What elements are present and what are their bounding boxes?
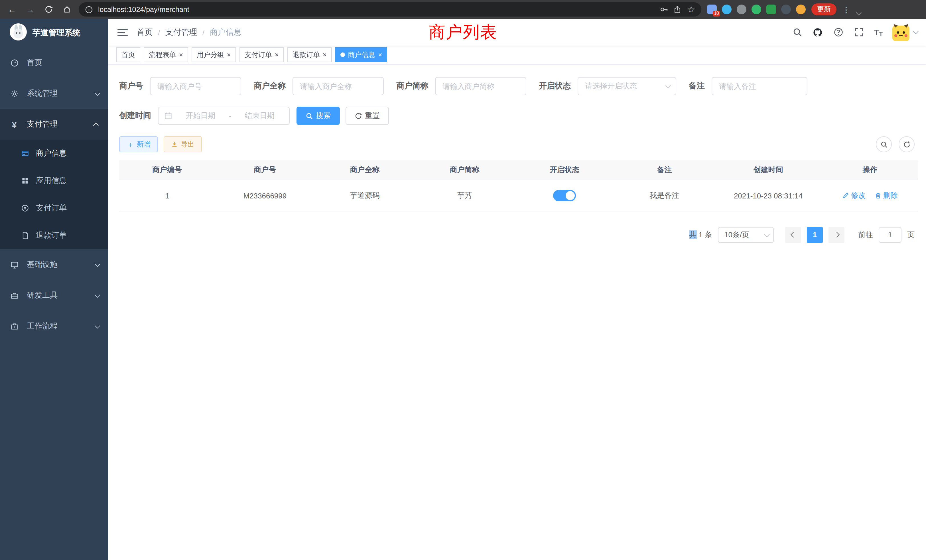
- search-button[interactable]: 搜索: [297, 107, 340, 125]
- tab-refund-order[interactable]: 退款订单 ×: [287, 47, 332, 62]
- col-header-id: 商户编号: [119, 160, 215, 180]
- sidebar-item-app-info[interactable]: 应用信息: [0, 167, 108, 194]
- extension-icon[interactable]: [752, 5, 761, 14]
- close-icon[interactable]: ×: [179, 51, 183, 58]
- short-name-input[interactable]: [435, 77, 526, 95]
- cell-status: [514, 180, 614, 212]
- site-info-icon[interactable]: [85, 5, 94, 14]
- payment-submenu: 商户信息 应用信息 支付订单: [0, 140, 108, 249]
- card-icon: [21, 149, 29, 158]
- toggle-search-button[interactable]: [876, 136, 892, 152]
- chevron-up-icon: [93, 122, 98, 128]
- date-range-picker[interactable]: 开始日期 - 结束日期: [158, 107, 290, 125]
- home-icon[interactable]: [61, 3, 73, 16]
- forward-icon[interactable]: →: [24, 3, 36, 16]
- sidebar-toggle-icon[interactable]: [118, 29, 128, 36]
- delete-link[interactable]: 删除: [875, 191, 898, 201]
- bookmark-star-icon[interactable]: ☆: [687, 5, 696, 14]
- sidebar-item-infrastructure[interactable]: 基础设施: [0, 249, 108, 280]
- page-number-1[interactable]: 1: [807, 227, 823, 243]
- full-name-input[interactable]: [292, 77, 384, 95]
- tab-process-form[interactable]: 流程表单 ×: [144, 47, 188, 62]
- font-size-icon[interactable]: TT: [874, 27, 883, 37]
- chrome-update-button[interactable]: 更新: [811, 3, 837, 15]
- start-date-placeholder: 开始日期: [177, 110, 224, 121]
- total-text: 共 1 条: [689, 230, 712, 240]
- breadcrumb-home[interactable]: 首页: [137, 27, 153, 37]
- chevron-down-icon: [95, 292, 100, 297]
- help-icon[interactable]: [833, 27, 844, 38]
- refresh-icon: [355, 112, 362, 120]
- extension-icon[interactable]: [737, 5, 746, 14]
- prev-page-button[interactable]: [785, 227, 801, 243]
- fullscreen-icon[interactable]: [853, 27, 864, 38]
- plus-icon: ＋: [127, 141, 134, 148]
- back-icon[interactable]: ←: [6, 3, 18, 16]
- refresh-table-button[interactable]: [899, 136, 915, 152]
- user-avatar[interactable]: [892, 24, 917, 41]
- sidebar-item-home[interactable]: 首页: [0, 47, 108, 78]
- table-header-row: 商户编号 商户号 商户全称 商户简称 开启状态 备注 创建时间 操作: [119, 160, 918, 180]
- sidebar-item-workflow[interactable]: 工作流程: [0, 311, 108, 342]
- close-icon[interactable]: ×: [378, 51, 382, 58]
- top-navbar: 首页 / 支付管理 / 商户信息: [108, 19, 926, 45]
- add-button[interactable]: ＋ 新增: [119, 136, 158, 152]
- edit-link[interactable]: 修改: [842, 191, 865, 201]
- share-icon[interactable]: [673, 5, 682, 14]
- address-bar[interactable]: localhost:1024/pay/merchant ☆: [79, 2, 701, 17]
- merchant-no-input[interactable]: [150, 77, 241, 95]
- tab-pay-order[interactable]: 支付订单 ×: [239, 47, 284, 62]
- search-icon: [880, 141, 888, 148]
- breadcrumb-payment[interactable]: 支付管理: [165, 27, 197, 37]
- close-icon[interactable]: ×: [275, 51, 279, 58]
- col-header-full-name: 商户全称: [315, 160, 415, 180]
- sidebar-item-dev-tools[interactable]: 研发工具: [0, 280, 108, 311]
- sidebar-item-payment[interactable]: ¥ 支付管理: [0, 109, 108, 140]
- sidebar-item-pay-order[interactable]: 支付订单: [0, 194, 108, 222]
- remark-input[interactable]: [712, 77, 807, 95]
- extension-icon[interactable]: [781, 5, 791, 14]
- sidebar-item-refund-order[interactable]: 退款订单: [0, 222, 108, 249]
- sidebar-item-merchant-info[interactable]: 商户信息: [0, 140, 108, 167]
- tab-home[interactable]: 首页: [117, 47, 140, 62]
- full-name-label: 商户全称: [254, 81, 286, 91]
- browser-menu-icon[interactable]: ⋮: [842, 5, 850, 14]
- col-header-merchant-no: 商户号: [215, 160, 315, 180]
- cell-full-name: 芋道源码: [315, 180, 415, 212]
- tab-user-group[interactable]: 用户分组 ×: [192, 47, 236, 62]
- avatar-image: [892, 24, 909, 41]
- search-icon[interactable]: [792, 27, 803, 38]
- extension-icon[interactable]: [766, 5, 776, 14]
- reset-button[interactable]: 重置: [345, 107, 389, 125]
- extension-icon[interactable]: 10: [707, 5, 717, 14]
- close-icon[interactable]: ×: [227, 51, 231, 58]
- close-icon[interactable]: ×: [323, 51, 327, 58]
- trash-icon: [875, 192, 881, 199]
- status-toggle[interactable]: [553, 190, 576, 201]
- briefcase-icon: [10, 322, 19, 331]
- search-icon: [306, 112, 313, 120]
- page-size-select[interactable]: 10条/页: [718, 227, 774, 243]
- yen-icon: ¥: [10, 120, 19, 129]
- extension-icon[interactable]: [722, 5, 732, 14]
- col-header-short-name: 商户简称: [415, 160, 514, 180]
- short-name-label: 商户简称: [396, 81, 428, 91]
- col-header-remark: 备注: [614, 160, 714, 180]
- profile-avatar-icon[interactable]: [796, 5, 806, 14]
- export-button[interactable]: 导出: [163, 136, 202, 152]
- col-header-create-time: 创建时间: [714, 160, 822, 180]
- tab-merchant-info[interactable]: 商户信息 ×: [335, 47, 387, 62]
- github-icon[interactable]: [812, 27, 823, 38]
- pagination: 共 1 条 10条/页 1 前往 页: [119, 227, 918, 243]
- status-select[interactable]: 请选择开启状态: [578, 77, 676, 95]
- chevron-down-icon[interactable]: [856, 7, 860, 17]
- key-icon[interactable]: [659, 5, 668, 14]
- sidebar-item-system[interactable]: 系统管理: [0, 78, 108, 109]
- next-page-button[interactable]: [829, 227, 844, 243]
- reload-icon[interactable]: [42, 3, 55, 16]
- coin-icon: [21, 204, 29, 212]
- url-text[interactable]: localhost:1024/pay/merchant: [98, 5, 655, 14]
- goto-page-input[interactable]: [879, 227, 902, 243]
- status-label: 开启状态: [539, 81, 571, 91]
- app-logo[interactable]: 芋道管理系统: [0, 19, 108, 47]
